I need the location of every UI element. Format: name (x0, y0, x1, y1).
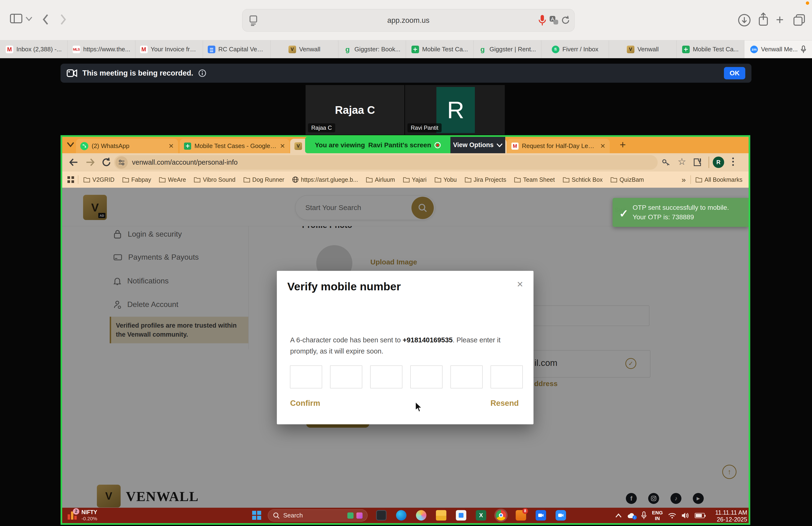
battery-icon[interactable] (695, 513, 705, 518)
reader-icon[interactable] (249, 15, 258, 26)
close-tab-icon[interactable]: ✕ (280, 142, 285, 150)
reload-icon[interactable] (561, 15, 570, 25)
extensions-icon[interactable] (693, 158, 702, 167)
back-button[interactable] (68, 157, 79, 168)
omnibox[interactable]: venwall.com/account/personal-info (114, 155, 658, 170)
document-favicon (208, 46, 215, 53)
chrome-tab-gmail[interactable]: M Request for Half-Day Leave - ra ✕ (507, 139, 610, 153)
bookmark-dog-runner[interactable]: Dog Runner (244, 176, 285, 183)
bookmark-v2grid[interactable]: V2GRID (84, 176, 114, 183)
translate-icon[interactable]: A (549, 15, 559, 25)
fiverr-favicon: fi (552, 46, 560, 53)
new-tab-icon[interactable]: + (776, 12, 784, 27)
zoom-app-icon[interactable] (555, 510, 566, 521)
outer-tab-fiverr[interactable]: fiFiverr / Inbox (541, 40, 609, 58)
bookmark-weare[interactable]: WeAre (159, 176, 186, 183)
new-tab-button[interactable]: + (620, 139, 626, 151)
resend-button[interactable]: Resend (491, 399, 519, 408)
microphone-icon[interactable] (538, 14, 546, 26)
view-options-dropdown[interactable]: View Options (450, 137, 505, 153)
copilot-icon[interactable] (416, 510, 426, 521)
chrome-icon-active[interactable] (496, 510, 506, 521)
otp-input-5[interactable] (450, 365, 483, 388)
outer-tab-mls[interactable]: MLShttps://www.the... (68, 40, 135, 58)
bookmark-airluum[interactable]: Airluum (366, 176, 395, 183)
downloads-icon[interactable] (738, 14, 751, 27)
outer-tab-inbox[interactable]: MInbox (2,388) -... (0, 40, 68, 58)
language-indicator[interactable]: ENGIN (652, 510, 663, 521)
close-tab-icon[interactable]: ✕ (600, 142, 606, 150)
otp-input-4[interactable] (410, 365, 443, 388)
apps-grid-icon[interactable] (68, 176, 74, 183)
tab-search-chevron-icon[interactable] (67, 142, 75, 147)
outer-tab-giggster-book[interactable]: gGiggster: Book... (338, 40, 406, 58)
chevron-down-icon[interactable] (26, 17, 32, 21)
bookmark-jira-projects[interactable]: Jira Projects (465, 176, 506, 183)
file-explorer-icon[interactable] (436, 510, 446, 521)
forward-button[interactable] (58, 13, 68, 26)
windows-start-button[interactable] (252, 511, 261, 520)
outer-tab-venwall-2[interactable]: VVenwall (609, 40, 677, 58)
speaker-icon[interactable] (681, 512, 690, 519)
onedrive-icon[interactable]: i (627, 512, 636, 518)
outer-tab-giggster-rent[interactable]: gGiggster | Rent... (474, 40, 541, 58)
store-icon[interactable] (456, 510, 466, 521)
back-button[interactable] (41, 13, 50, 26)
edge-icon[interactable] (396, 510, 406, 521)
otp-input-3[interactable] (370, 365, 403, 388)
bookmark-gluege-link[interactable]: https://asrt.gluege.b... (292, 176, 358, 183)
chrome-tab-strip: (2) WhatsApp ✕ Mobile Test Cases - Googl… (62, 137, 749, 153)
bookmark-star-icon[interactable]: ☆ (678, 156, 686, 167)
bookmark-yajari[interactable]: Yajari (403, 176, 427, 183)
time-text: 11.11.11 AM (715, 509, 747, 516)
tab-overview-icon[interactable] (793, 14, 806, 26)
excel-icon[interactable]: X (476, 510, 486, 521)
modal-close-icon[interactable]: × (517, 279, 523, 289)
site-settings-icon[interactable] (115, 156, 128, 169)
outer-tab-zoom-active[interactable]: zmVenwall Me... (744, 40, 812, 58)
stock-widget[interactable]: 2 NIFTY-0.20% (67, 509, 97, 522)
otp-input-6[interactable] (491, 365, 523, 388)
otp-input-1[interactable] (290, 365, 322, 388)
ok-button[interactable]: OK (724, 67, 745, 79)
address-bar[interactable]: app.zoom.us A (242, 9, 575, 32)
profile-avatar[interactable]: R (713, 157, 724, 168)
bookmark-yobu[interactable]: Yobu (435, 176, 457, 183)
bookmark-schtick-box[interactable]: Schtick Box (563, 176, 603, 183)
info-icon[interactable] (199, 69, 206, 77)
tray-chevron-up-icon[interactable] (615, 513, 622, 518)
stock-symbol: NIFTY (82, 509, 97, 515)
wifi-icon[interactable] (668, 512, 676, 518)
taskbar-clock[interactable]: 11.11.11 AM 26-12-2025 (715, 509, 747, 523)
participant-tile-ravi[interactable]: R Ravi Pantit (405, 85, 505, 135)
participant-tile-rajaa[interactable]: Rajaa C Rajaa C (306, 85, 404, 135)
outer-tab-rc-capital[interactable]: RC Capital Vent... (203, 40, 271, 58)
browser-menu-icon[interactable] (732, 157, 734, 166)
task-view-icon[interactable] (376, 510, 387, 521)
share-icon[interactable] (757, 12, 769, 27)
bookmark-fabpay[interactable]: Fabpay (122, 176, 151, 183)
vlc-icon[interactable]: 8 (516, 510, 526, 521)
sidebar-toggle-icon[interactable] (10, 13, 22, 24)
tray-mic-icon[interactable] (641, 511, 647, 520)
outer-tab-sheets-1[interactable]: Mobile Test Ca... (406, 40, 474, 58)
bookmarks-overflow-chevron[interactable]: » (681, 175, 686, 184)
otp-input-2[interactable] (330, 365, 362, 388)
outer-tab-venwall-1[interactable]: VVenwall (271, 40, 338, 58)
outer-tab-sheets-2[interactable]: Mobile Test Ca... (677, 40, 744, 58)
folder-icon (696, 177, 702, 183)
forward-button[interactable] (85, 157, 96, 168)
bookmark-team-sheet[interactable]: Team Sheet (514, 176, 555, 183)
chrome-tab-sheets[interactable]: Mobile Test Cases - Google She ✕ (180, 139, 289, 153)
reload-button[interactable] (101, 157, 112, 168)
all-bookmarks-folder[interactable]: All Bookmarks (696, 176, 742, 183)
camera-app-icon[interactable] (536, 510, 546, 521)
confirm-button[interactable]: Confirm (290, 399, 320, 408)
bookmark-vibro-sound[interactable]: Vibro Sound (194, 176, 235, 183)
outer-tab-invoice[interactable]: MYour Invoice fro... (135, 40, 203, 58)
chrome-tab-whatsapp[interactable]: (2) WhatsApp ✕ (76, 139, 178, 153)
taskbar-search[interactable]: Search (268, 509, 367, 522)
close-tab-icon[interactable]: ✕ (168, 142, 174, 150)
password-key-icon[interactable] (662, 158, 670, 167)
bookmark-quizbam[interactable]: QuizBam (611, 176, 644, 183)
